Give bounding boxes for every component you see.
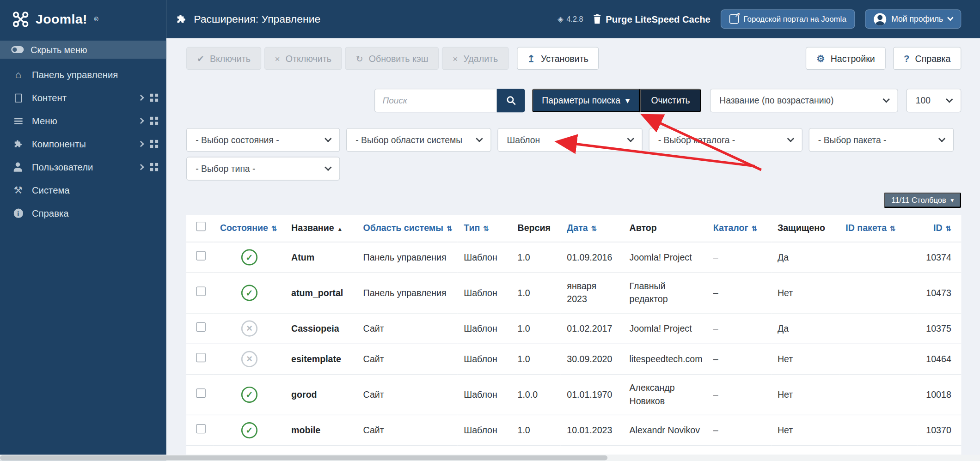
column-header-2[interactable]: Область системы⇅	[357, 215, 458, 242]
status-cell: ×	[214, 313, 285, 344]
column-header-7[interactable]: Каталог⇅	[707, 215, 771, 242]
sidebar-item-label: Меню	[32, 115, 57, 126]
status-cell: ✓	[214, 415, 285, 446]
row-checkbox-cell	[186, 375, 214, 415]
sidebar-item-users[interactable]: Пользователи	[0, 156, 166, 179]
package-filter-value: - Выбор пакета -	[818, 135, 887, 145]
delete-button[interactable]: × Удалить	[442, 47, 508, 70]
upload-icon: ↥	[527, 54, 535, 63]
row-checkbox[interactable]	[196, 251, 206, 260]
column-header-8: Защищено	[771, 215, 839, 242]
select-all-checkbox[interactable]	[196, 222, 206, 231]
page-title-group: Расширения: Управление	[176, 13, 320, 25]
caret-down-icon: ▾	[625, 96, 630, 106]
id-cell: 10374	[918, 242, 962, 273]
grid-icon[interactable]	[150, 94, 153, 97]
sidebar-item-menus[interactable]: Меню	[0, 109, 166, 133]
chevron-down-icon	[627, 135, 634, 142]
table-row: × Cassiopeia Сайт Шаблон 1.0 01.02.2017 …	[186, 313, 962, 344]
chevron-down-icon	[938, 135, 945, 142]
column-header-3[interactable]: Тип⇅	[458, 215, 511, 242]
search-tools-button[interactable]: Параметры поиска ▾	[532, 89, 640, 112]
row-checkbox[interactable]	[196, 352, 206, 362]
help-button[interactable]: ? Справка	[893, 47, 961, 70]
topbar: Расширения: Управление ◈ 4.2.8 Purge Lit…	[166, 0, 980, 38]
grid-icon[interactable]	[150, 117, 153, 120]
status-icon[interactable]: ✓	[241, 387, 257, 403]
sidebar-item-content[interactable]: Контент	[0, 86, 166, 109]
package-id-cell	[839, 375, 918, 415]
filter-selects-row-2: - Выбор типа -	[186, 157, 962, 180]
options-button[interactable]: ⚙ Настройки	[806, 47, 885, 70]
sidebar-item-hide-menu[interactable]: Скрыть меню	[0, 41, 166, 59]
preview-site-button[interactable]: Городской портал на Joomla	[720, 9, 855, 29]
author-cell: Joomla! Project	[623, 242, 707, 273]
sidebar-item-system[interactable]: ⚒ Система	[0, 179, 166, 202]
row-checkbox-cell	[186, 242, 214, 273]
column-header-9[interactable]: ID пакета⇅	[839, 215, 918, 242]
sidebar-item-dashboard[interactable]: ⌂ Панель управления	[0, 63, 166, 86]
status-icon[interactable]: ✓	[241, 249, 257, 265]
column-header-0[interactable]: Состояние⇅	[214, 215, 285, 242]
state-filter-select[interactable]: - Выбор состояния -	[186, 128, 340, 152]
column-header-10[interactable]: ID⇅	[918, 215, 962, 242]
columns-toggle-label: 11/11 Столбцов	[891, 196, 946, 205]
joomla-version-icon: ◈	[557, 15, 563, 24]
sidebar: Joomla! ® Скрыть меню ⌂ Панель управлени…	[0, 0, 166, 461]
gear-icon: ⚙	[816, 54, 825, 63]
row-checkbox[interactable]	[196, 322, 206, 331]
author-cell: Главный редактор	[623, 273, 707, 313]
folder-cell: –	[707, 273, 771, 313]
sort-icon: ⇅	[751, 225, 757, 232]
grid-icon[interactable]	[150, 163, 153, 166]
profile-label: Мой профиль	[891, 14, 943, 24]
type-filter-select[interactable]: Шаблон	[497, 128, 643, 152]
sort-select[interactable]: Название (по возрастанию)	[710, 89, 898, 112]
id-cell: 10375	[918, 313, 962, 344]
package-filter-select[interactable]: - Выбор пакета -	[809, 128, 954, 152]
chevron-right-icon	[138, 95, 144, 101]
client-cell: Сайт	[357, 344, 458, 374]
column-header-5[interactable]: Дата⇅	[561, 215, 623, 242]
filter-selects-row-1: - Выбор состояния - - Выбор области сист…	[186, 128, 962, 152]
status-icon[interactable]: ×	[241, 321, 257, 337]
sort-icon: ⇅	[271, 225, 277, 232]
refresh-cache-button[interactable]: ↻ Обновить кэш	[345, 47, 439, 70]
date-cell: 01.02.2017	[561, 313, 623, 344]
status-icon[interactable]: ✓	[241, 285, 257, 301]
sidebar-item-label: Справка	[32, 208, 69, 218]
horizontal-scrollbar-thumb[interactable]	[0, 455, 607, 461]
search-input[interactable]	[374, 89, 497, 112]
version-cell: 1.0	[511, 313, 561, 344]
row-checkbox-cell	[186, 415, 214, 446]
status-icon[interactable]: ×	[241, 351, 257, 367]
disable-button[interactable]: × Отключить	[264, 47, 342, 70]
clear-button[interactable]: Очистить	[640, 89, 701, 112]
sidebar-item-help[interactable]: Справка	[0, 202, 166, 225]
install-button[interactable]: ↥ Установить	[517, 47, 599, 70]
sort-icon: ⇅	[447, 225, 452, 232]
client-filter-value: - Выбор области системы	[355, 135, 462, 145]
folder-filter-select[interactable]: - Выбор каталога -	[649, 128, 802, 152]
row-checkbox-cell	[186, 313, 214, 344]
columns-toggle-button[interactable]: 11/11 Столбцов ▾	[884, 192, 961, 208]
enable-button[interactable]: ✔ Включить	[186, 47, 261, 70]
extension-type-filter-select[interactable]: - Выбор типа -	[186, 157, 340, 180]
limit-select[interactable]: 100	[906, 89, 961, 112]
purge-cache-button[interactable]: Purge LiteSpeed Cache	[593, 14, 710, 24]
folder-cell: –	[707, 375, 771, 415]
row-checkbox[interactable]	[196, 424, 206, 433]
search-button[interactable]	[497, 89, 525, 112]
client-cell: Панель управления	[357, 242, 458, 273]
column-header-6: Автор	[623, 215, 707, 242]
row-checkbox[interactable]	[196, 388, 206, 397]
status-icon[interactable]: ✓	[241, 422, 257, 438]
column-label: Название	[291, 223, 334, 233]
table-header-row: Состояние⇅Название▲Область системы⇅Тип⇅В…	[186, 215, 962, 242]
column-header-1[interactable]: Название▲	[285, 215, 357, 242]
client-filter-select[interactable]: - Выбор области системы	[346, 128, 491, 152]
profile-menu-button[interactable]: Мой профиль	[865, 9, 961, 29]
row-checkbox[interactable]	[196, 286, 206, 296]
grid-icon[interactable]	[150, 140, 153, 143]
sidebar-item-components[interactable]: Компоненты	[0, 133, 166, 156]
